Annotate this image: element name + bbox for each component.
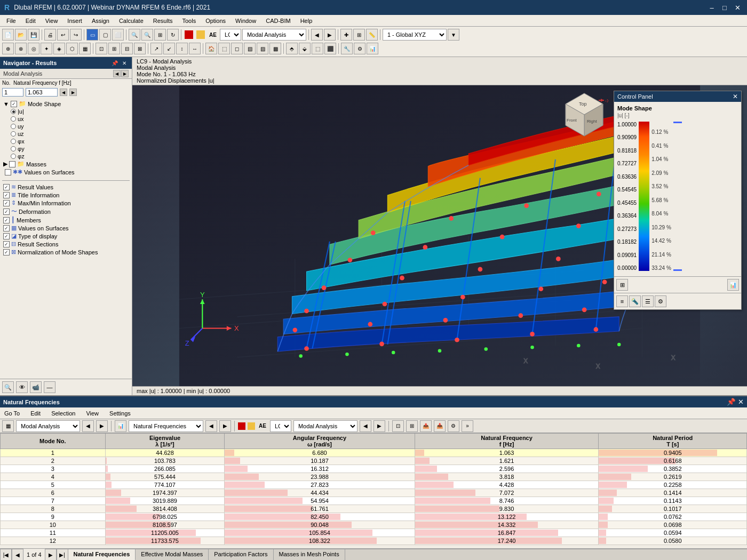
table-row[interactable]: 2 103.783 10.187 1.621 0.6168 [1,457,747,465]
tb2-19[interactable]: ▧ [244,43,256,54]
menu-cad-bim[interactable]: CAD-BIM [261,17,295,25]
nav-close-btn[interactable]: ✕ [120,59,129,67]
nav-item-uy[interactable]: uy [10,123,130,130]
values-surfaces-checkbox[interactable] [5,169,11,175]
maximize-button[interactable]: □ [719,2,730,13]
nav-item-uz[interactable]: uz [10,130,130,138]
normalization-cb[interactable] [3,249,10,255]
tb2-7[interactable]: ▦ [79,43,91,54]
btab-natural-freq[interactable]: Natural Frequencies [68,549,136,560]
bp-tb-import[interactable]: 📥 [434,420,446,432]
bp-lc-prev[interactable]: ◀ [360,420,371,432]
nav-item-mode-shape[interactable]: ▼ 📁 Mode Shape [2,100,130,108]
menu-insert[interactable]: Insert [63,17,86,25]
menu-view[interactable]: View [41,17,62,25]
tb2-12[interactable]: ↗ [150,43,162,54]
th-period[interactable]: Natural PeriodT [s] [599,434,747,449]
tb2-24[interactable]: ⬚ [312,43,323,54]
menu-assign[interactable]: Assign [88,17,114,25]
view-cube[interactable]: Top Right Front -X [560,91,608,139]
th-eigenvalue[interactable]: Eigenvalueλ [1/s²] [105,434,225,449]
tb-new[interactable]: 📄 [2,29,14,41]
close-button[interactable]: ✕ [732,2,743,13]
bp-menu-edit[interactable]: Edit [28,409,43,418]
nav-max-min[interactable]: ⇕ Max/Min Information [2,199,130,207]
bp-analysis2-select[interactable]: Modal Analysis [293,420,357,432]
th-angular[interactable]: Angular Frequencyω [rad/s] [225,434,415,449]
max-min-cb[interactable] [3,200,10,206]
menu-edit[interactable]: Edit [21,17,40,25]
tb2-4[interactable]: ✦ [41,43,52,54]
tb2-27[interactable]: ⚙ [354,43,365,54]
tb2-28[interactable]: 📊 [367,43,378,54]
nav-item-phix[interactable]: φx [10,138,130,145]
bp-analysis-select[interactable]: Modal Analysis [16,420,80,432]
tb-coord-btn[interactable]: ▼ [448,29,459,41]
tb2-25[interactable]: ⬛ [324,43,336,54]
tb2-5[interactable]: ◈ [53,43,65,54]
bp-menu-goto[interactable]: Go To [2,409,22,418]
tb2-1[interactable]: ⊕ [2,43,14,54]
nav-item-ux[interactable]: ux [10,115,130,123]
table-row[interactable]: 12 11733.575 108.322 17.240 0.0580 [1,537,747,545]
modal-analysis-tab[interactable]: Modal Analysis ◀ ▶ [0,69,132,79]
bp-tb-filter[interactable]: ⊡ [392,420,404,432]
bp-result-select[interactable]: Natural Frequencies [129,420,203,432]
btab-effective-modal[interactable]: Effective Modal Masses [136,549,209,560]
table-row[interactable]: 7 3019.889 54.954 8.746 0.1143 [1,497,747,505]
nav-result-values[interactable]: ≋ Result Values [2,183,130,191]
table-row[interactable]: 5 774.107 27.823 4.428 0.2258 [1,481,747,489]
ux-radio[interactable] [11,116,16,122]
bp-menu-selection[interactable]: Selection [49,409,77,418]
freq-next-btn[interactable]: ▶ [69,89,77,96]
bp-tb-export[interactable]: 📤 [420,420,432,432]
bp-tb-sort[interactable]: ⊞ [406,420,418,432]
tb-view2[interactable]: ⬜ [112,29,124,41]
uz-radio[interactable] [11,131,16,137]
bp-next-page-btn[interactable]: ▶ [45,549,57,560]
menu-results[interactable]: Results [149,17,177,25]
bp-lc-select[interactable]: LC9 [270,420,291,432]
table-row[interactable]: 9 6798.025 82.450 13.122 0.0762 [1,513,747,521]
tb-open[interactable]: 📂 [15,29,27,41]
tb-next[interactable]: ▶ [324,29,336,41]
bp-tb-settings[interactable]: ⚙ [448,420,459,432]
values-on-surfaces-cb[interactable] [3,225,10,231]
nav-title-info[interactable]: ≣ Title Information [2,191,130,199]
minimize-button[interactable]: – [706,2,717,13]
cp-tab-4[interactable]: ⚙ [655,295,666,307]
viewport-3d[interactable]: X Y Z X X X Top Ri [132,85,747,386]
cp-icon-btn1[interactable]: ⊞ [616,279,628,291]
cp-tab-2[interactable]: 🔦 [629,295,641,307]
deformation-cb[interactable] [3,209,10,215]
tb2-13[interactable]: ↙ [163,43,175,54]
bp-tb-icon[interactable]: ▦ [2,420,14,432]
nav-normalization[interactable]: ⊠ Normalization of Mode Shapes [2,248,130,256]
tb-zoom-fit[interactable]: ⊞ [154,29,166,41]
nav-item-values-surfaces[interactable]: ✱✱ Values on Surfaces [2,168,130,176]
uy-radio[interactable] [11,124,16,129]
bp-tb-more[interactable]: » [462,420,473,432]
nav-item-u-abs[interactable]: |u| [10,108,130,115]
menu-help[interactable]: Help [296,17,317,25]
nav-item-masses[interactable]: ▶ 📁 Masses [2,160,130,168]
cp-icon-btn2[interactable]: 📊 [727,279,739,291]
tb2-9[interactable]: ⊞ [108,43,120,54]
type-display-cb[interactable] [3,233,10,239]
nav-result-sections[interactable]: ⊟ Result Sections [2,240,130,248]
bp-close-btn[interactable]: ✕ [738,398,744,406]
nav-type-display[interactable]: ◪ Type of display [2,232,130,240]
tb2-3[interactable]: ◎ [28,43,39,54]
cp-tab-1[interactable]: ≡ [616,295,628,307]
menu-tools[interactable]: Tools [178,17,200,25]
tb2-16[interactable]: 🏠 [205,43,217,54]
nav-bottom-btn3[interactable]: 📹 [30,381,42,393]
freq-value-input[interactable] [26,88,58,97]
tb-coord-select[interactable]: 1 - Global XYZ [383,29,447,41]
tb-grid[interactable]: ⊞ [353,29,365,41]
tb-view1[interactable]: ▢ [99,29,111,41]
bp-menu-view[interactable]: View [84,409,101,418]
bp-pin-btn[interactable]: 📌 [727,398,736,406]
cp-tab-3[interactable]: ☰ [642,295,654,307]
table-row[interactable]: 6 1974.397 44.434 7.072 0.1414 [1,489,747,497]
